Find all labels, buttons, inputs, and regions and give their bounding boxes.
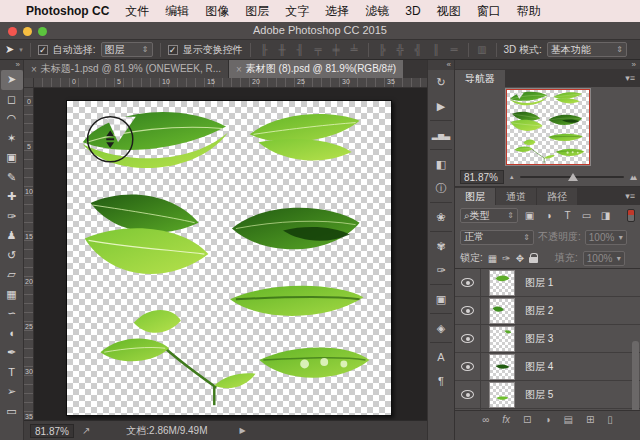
rectangle-tool[interactable]: ▭ [1, 402, 23, 422]
distribute-bottom-edges-icon[interactable]: ╣ [412, 44, 425, 55]
healing-brush-tool[interactable]: ✚ [1, 187, 23, 207]
lock-image-pixels-icon[interactable]: ✑ [502, 253, 510, 264]
align-vertical-centers-icon[interactable]: ╫ [276, 44, 289, 55]
tab-navigator[interactable]: 导航器 [455, 70, 505, 87]
filter-adjustment-layers-icon[interactable]: ◑ [541, 210, 556, 221]
fill-dropdown[interactable]: 100% ▾ [583, 251, 625, 266]
layer-thumbnail[interactable] [489, 270, 515, 296]
layer-thumbnail[interactable] [489, 298, 515, 324]
history-brush-tool[interactable]: ↺ [1, 246, 23, 266]
paragraph-panel-button[interactable]: ¶ [428, 369, 454, 393]
move-tool[interactable]: ➤ [1, 70, 23, 90]
align-top-edges-icon[interactable]: ╟ [258, 44, 271, 55]
3d-panel-button[interactable]: ◈ [428, 316, 454, 340]
eyedropper-tool[interactable]: ✎ [1, 168, 23, 188]
visibility-toggle[interactable] [455, 269, 481, 296]
filter-toggle-switch[interactable] [627, 209, 635, 222]
tab-paths[interactable]: 路径 [537, 188, 577, 205]
align-bottom-edges-icon[interactable]: ╢ [294, 44, 307, 55]
menu-edit[interactable]: 编辑 [165, 3, 189, 20]
navigator-preview[interactable] [505, 88, 591, 166]
zoom-in-icon[interactable]: ▴▴ [630, 172, 635, 182]
lasso-tool[interactable]: ◠ [1, 109, 23, 129]
menu-view[interactable]: 视图 [437, 3, 461, 20]
layer-row-2[interactable]: 图层 2 [455, 297, 640, 325]
new-group-button[interactable]: ▤ [564, 414, 573, 425]
properties-panel-button[interactable]: ◧ [428, 152, 454, 176]
layer-row-5[interactable]: 图层 5 [455, 381, 640, 409]
share-icon[interactable]: ↗ [82, 425, 90, 436]
lock-all-icon[interactable] [529, 253, 538, 263]
histogram-panel-button[interactable]: ▂▅▃ [428, 123, 454, 147]
tab-channels[interactable]: 通道 [496, 188, 536, 205]
distribute-horizontal-icon[interactable]: ═ [448, 44, 461, 55]
filter-smart-objects-icon[interactable]: ◨ [598, 210, 613, 221]
filter-pixel-layers-icon[interactable]: ▣ [522, 210, 537, 221]
menu-select[interactable]: 选择 [325, 3, 349, 20]
panel-menu-icon[interactable]: ▾≡ [620, 188, 640, 205]
tool-presets-panel-button[interactable]: ✾ [428, 234, 454, 258]
magic-wand-tool[interactable]: ✶ [1, 129, 23, 149]
eraser-tool[interactable]: ▱ [1, 265, 23, 285]
layer-thumbnail[interactable] [489, 354, 515, 380]
document-tab-material[interactable]: × 素材图 (8).psd @ 81.9%(RGB/8#) [229, 60, 403, 78]
tab-layers[interactable]: 图层 [455, 188, 495, 205]
delete-layer-button[interactable]: ▯ [607, 414, 613, 425]
layer-style-button[interactable]: fx [502, 414, 510, 425]
navigator-zoom-field[interactable]: 81.87% [460, 170, 504, 184]
zoom-out-icon[interactable]: ▴ [510, 173, 514, 181]
crop-tool[interactable]: ▣ [1, 148, 23, 168]
lock-transparent-pixels-icon[interactable]: ▦ [488, 253, 497, 264]
menu-type[interactable]: 文字 [285, 3, 309, 20]
menu-image[interactable]: 图像 [205, 3, 229, 20]
dodge-tool[interactable]: ◖ [1, 324, 23, 344]
brush-settings-panel-button[interactable]: ✑ [428, 258, 454, 282]
show-transform-checkbox[interactable]: ✓ [168, 45, 178, 55]
close-tab-icon[interactable]: × [236, 64, 242, 75]
vertical-ruler[interactable]: 0 5 10 15 20 25 30 35 [24, 88, 34, 420]
layer-row-4[interactable]: 图层 4 [455, 353, 640, 381]
close-tab-icon[interactable]: × [31, 64, 37, 75]
document-tab-untitled[interactable]: × 未标题-1.psd @ 81.9% (ONEWEEK, R... [24, 60, 229, 78]
slider-thumb[interactable] [568, 173, 578, 181]
distribute-left-edges-icon[interactable]: ║ [430, 44, 443, 55]
dock-collapse-icon[interactable]: » [455, 60, 640, 69]
gradient-tool[interactable]: ▦ [1, 285, 23, 305]
tool-preset-arrow-icon[interactable]: ▾ [19, 46, 23, 54]
layers-scrollbar[interactable] [632, 341, 639, 410]
layer-thumbnail[interactable] [489, 382, 515, 408]
add-layer-mask-button[interactable]: ⊡ [523, 414, 531, 425]
brush-presets-panel-button[interactable]: ❀ [428, 205, 454, 229]
menu-file[interactable]: 文件 [125, 3, 149, 20]
history-panel-button[interactable]: ↻ [428, 70, 454, 94]
new-layer-button[interactable]: ⊞ [586, 414, 594, 425]
canvas-document[interactable] [66, 100, 392, 416]
menu-help[interactable]: 帮助 [517, 3, 541, 20]
blend-mode-dropdown[interactable]: 正常 ⇕ [460, 230, 534, 245]
path-selection-tool[interactable]: ➢ [1, 382, 23, 402]
actions-panel-button[interactable]: ▶ [428, 94, 454, 118]
visibility-toggle[interactable] [455, 353, 481, 380]
layer-row-3[interactable]: 图层 3 [455, 325, 640, 353]
lock-position-icon[interactable]: ✥ [516, 253, 524, 264]
visibility-toggle[interactable] [455, 297, 481, 324]
navigator-zoom-slider[interactable] [520, 171, 624, 183]
menu-layer[interactable]: 图层 [245, 3, 269, 20]
character-panel-button[interactable]: A [428, 345, 454, 369]
filter-shape-layers-icon[interactable]: ▭ [579, 210, 594, 221]
visibility-toggle[interactable] [455, 381, 481, 408]
align-left-edges-icon[interactable]: ╤ [312, 44, 325, 55]
status-options-arrow-icon[interactable]: ▶ [239, 426, 245, 435]
clone-stamp-tool[interactable]: ♟ [1, 226, 23, 246]
horizontal-ruler[interactable]: 0 5 10 15 20 25 30 35 [34, 78, 427, 88]
distribute-vertical-centers-icon[interactable]: ╬ [394, 44, 407, 55]
visibility-toggle[interactable] [455, 325, 481, 352]
align-right-edges-icon[interactable]: ╧ [348, 44, 361, 55]
filter-type-layers-icon[interactable]: T [560, 210, 575, 221]
auto-align-layers-icon[interactable]: ▥ [476, 44, 489, 55]
pasteboard[interactable] [34, 88, 427, 420]
pen-tool[interactable]: ✒ [1, 343, 23, 363]
menu-filter[interactable]: 滤镜 [365, 3, 389, 20]
3d-mode-dropdown[interactable]: 基本功能 ⇕ [547, 42, 627, 57]
align-horizontal-centers-icon[interactable]: ╪ [330, 44, 343, 55]
